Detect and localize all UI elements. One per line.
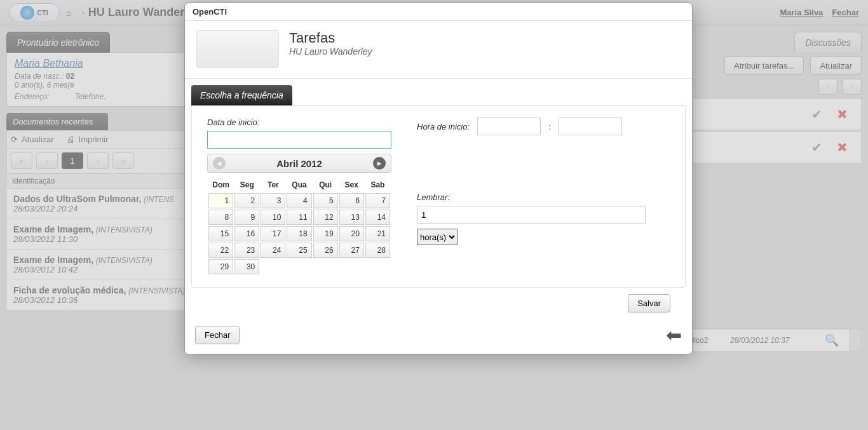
- back-arrow-icon[interactable]: ⬅: [666, 324, 682, 346]
- cal-day[interactable]: 30: [234, 259, 259, 274]
- modal-title: Tarefas: [289, 30, 372, 46]
- remind-label: Lembrar:: [417, 192, 670, 202]
- cal-day[interactable]: 12: [313, 210, 338, 225]
- cal-day[interactable]: 25: [287, 243, 311, 258]
- cal-day[interactable]: 16: [234, 226, 259, 241]
- cal-day[interactable]: 15: [208, 226, 233, 241]
- tasks-modal: OpenCTI Tarefas HU Lauro Wanderley Escol…: [184, 3, 693, 354]
- cal-dow: Qui: [313, 178, 338, 192]
- cal-day[interactable]: 24: [261, 243, 285, 258]
- cal-day[interactable]: 22: [208, 243, 233, 258]
- calendar-grid: DomSegTerQuaQuiSexSab 123456789101112131…: [207, 177, 391, 276]
- cal-day[interactable]: 9: [234, 210, 259, 225]
- start-date-input[interactable]: [207, 131, 391, 149]
- cal-day[interactable]: 6: [339, 193, 364, 208]
- cal-dow: Sex: [339, 178, 364, 192]
- cal-day[interactable]: 7: [365, 193, 390, 208]
- cal-day[interactable]: 18: [287, 226, 311, 241]
- cal-day[interactable]: 10: [261, 210, 285, 225]
- cal-day[interactable]: 21: [365, 226, 390, 241]
- time-separator: :: [548, 122, 551, 131]
- cal-day[interactable]: 11: [287, 210, 311, 225]
- cal-month: Abril 2012: [276, 158, 322, 169]
- cal-dow: Ter: [261, 178, 285, 192]
- cal-day[interactable]: 27: [339, 243, 364, 258]
- start-time-label: Hora de inicio:: [417, 122, 470, 131]
- modal-avatar: [196, 30, 279, 68]
- cal-day[interactable]: 29: [208, 259, 233, 274]
- remind-unit-select[interactable]: hora(s): [417, 229, 458, 245]
- cal-day[interactable]: 23: [234, 243, 259, 258]
- section-tab: Escolha a frequência: [191, 85, 292, 105]
- cal-day[interactable]: 4: [287, 193, 311, 208]
- modal-subtitle: HU Lauro Wanderley: [289, 46, 372, 57]
- cal-next-icon[interactable]: ►: [373, 157, 386, 170]
- cal-dow: Seg: [234, 178, 259, 192]
- cal-day[interactable]: 1: [208, 193, 233, 208]
- remind-value-input[interactable]: [417, 206, 646, 224]
- cal-day[interactable]: 8: [208, 210, 233, 225]
- cal-day[interactable]: 26: [313, 243, 338, 258]
- cal-dow: Sab: [365, 178, 390, 192]
- cal-dow: Qua: [287, 178, 311, 192]
- modal-brand: OpenCTI: [185, 3, 692, 21]
- cal-day[interactable]: 14: [365, 210, 390, 225]
- cal-dow: Dom: [208, 178, 233, 192]
- cal-day[interactable]: 28: [365, 243, 390, 258]
- close-modal-button[interactable]: Fechar: [195, 326, 240, 344]
- cal-day[interactable]: 17: [261, 226, 285, 241]
- start-minute-input[interactable]: [559, 118, 622, 135]
- cal-day[interactable]: 19: [313, 226, 338, 241]
- cal-day[interactable]: 13: [339, 210, 364, 225]
- cal-day[interactable]: 2: [234, 193, 259, 208]
- cal-day[interactable]: 5: [313, 193, 338, 208]
- save-button[interactable]: Salvar: [628, 294, 670, 312]
- start-date-label: Data de inicio:: [207, 118, 391, 127]
- cal-prev-icon[interactable]: ◄: [213, 157, 226, 170]
- cal-day[interactable]: 20: [339, 226, 364, 241]
- start-hour-input[interactable]: [477, 118, 541, 135]
- cal-day[interactable]: 3: [261, 193, 285, 208]
- calendar: ◄ Abril 2012 ► DomSegTerQuaQuiSexSab 123…: [207, 154, 391, 276]
